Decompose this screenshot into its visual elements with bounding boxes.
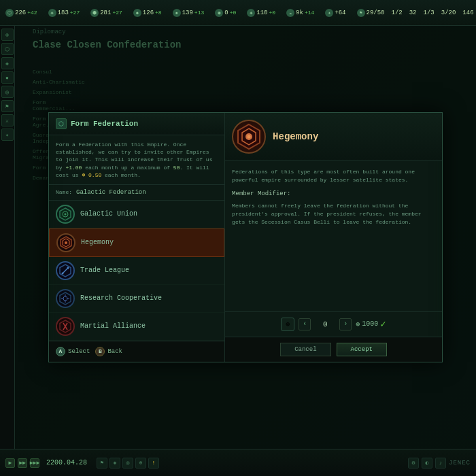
hud-item-5: ● 139 +13 (170, 7, 207, 18)
notification-icon[interactable]: ◐ (422, 458, 432, 469)
consumer-icon: ◆ (133, 9, 141, 17)
influence-row: ⊛ ‹ 0 › ⊛ 1000 ✓ (225, 311, 442, 337)
hud-item-pop: ⚑ 29/50 (354, 7, 388, 18)
hegemony-title: Hegemony (273, 131, 318, 142)
hegemony-hex-svg (59, 236, 73, 250)
fed-item-research-cooperative[interactable]: Research Cooperative (49, 285, 224, 313)
fed-item-trade-league[interactable]: Trade League (49, 257, 224, 285)
hud-item-4: ◆ 126 +8 (131, 7, 165, 18)
left-sidebar: ⊕ ⬡ ◈ ● ◎ ⚑ ⚔ ✦ (0, 26, 15, 449)
food-icon: ⬢ (90, 9, 99, 17)
galactic-union-label: Galactic Union (80, 210, 137, 218)
bottom-icon-5[interactable]: ! (148, 458, 159, 469)
fast-btn[interactable]: ▶▶ (18, 458, 27, 468)
trade-hex-svg (58, 264, 72, 277)
hegemony-large-svg (235, 123, 262, 150)
fed-item-galactic-union[interactable]: Galactic Union (49, 201, 224, 228)
hud-item-3: ⬢ 281 +27 (88, 7, 125, 18)
bottom-icon-2[interactable]: ◈ (109, 458, 120, 469)
svg-point-9 (67, 267, 69, 269)
select-action-btn[interactable]: A Select (56, 347, 90, 356)
settings-icon[interactable]: ⚙ (408, 458, 419, 469)
bottom-bar: ▶ ▶▶ ▶▶▶ 2200.04.28 ⚑ ◈ ◎ ⊕ ! ⚙ ◐ ♪ JENE… (0, 449, 476, 476)
bottom-icon-1[interactable]: ⚑ (97, 458, 107, 469)
select-key: A (56, 347, 65, 356)
svg-point-2 (65, 213, 67, 215)
trade-league-label: Trade League (80, 267, 129, 274)
hud-item-fleet: 1/2 (389, 8, 405, 18)
influence-check: ✓ (380, 318, 386, 330)
martial-alliance-label: Martial Alliance (80, 322, 146, 330)
playback-controls: ▶ ▶▶ ▶▶▶ (5, 458, 39, 468)
research-hex-svg (58, 292, 72, 305)
sidebar-btn-3[interactable]: ◈ (1, 57, 14, 69)
name-label: Name: (56, 189, 72, 195)
influence-value: 0 (315, 320, 335, 328)
influence-total-value: 1000 (362, 320, 378, 328)
bottom-icons: ⚑ ◈ ◎ ⊕ ! (97, 458, 159, 469)
accept-button[interactable]: Accept (337, 343, 387, 356)
volatile-icon: ◉ (215, 9, 223, 17)
sidebar-btn-1[interactable]: ⊕ (1, 29, 14, 41)
sidebar-btn-6[interactable]: ⚑ (1, 100, 14, 112)
hegemony-label: Hegemony (81, 239, 114, 246)
physics-icon: ☁ (286, 9, 294, 17)
dialog-overlay: ⬡ Form Federation Form a Federation with… (15, 26, 476, 449)
sidebar-btn-8[interactable]: ✦ (1, 129, 14, 141)
galactic-hex-svg (58, 207, 72, 221)
name-value: Galactic Federation (76, 189, 146, 196)
hegemony-large-icon (232, 120, 266, 154)
member-modifier-text: Members cannot freely leave the federati… (232, 203, 421, 225)
federation-type-list: Galactic Union Hegemony (49, 201, 224, 341)
hegemony-description: Federations of this type are most often … (232, 169, 415, 183)
svg-point-8 (62, 272, 64, 274)
bottom-icon-3[interactable]: ◎ (122, 458, 133, 469)
influence-increase-btn[interactable]: › (339, 318, 352, 330)
back-key: B (95, 347, 105, 356)
fastest-btn[interactable]: ▶▶▶ (30, 458, 39, 468)
fed-item-hegemony[interactable]: Hegemony (49, 228, 224, 257)
brand-text: JENEC (449, 460, 471, 466)
martial-alliance-icon (56, 317, 75, 336)
galactic-union-icon (56, 205, 75, 224)
hud-item-7: ◈ 110 +0 (244, 7, 278, 18)
influence-decrease-btn[interactable]: ‹ (299, 318, 311, 330)
sidebar-btn-7[interactable]: ⚔ (1, 114, 14, 126)
hegemony-icon (56, 233, 75, 252)
sidebar-btn-5[interactable]: ◎ (1, 86, 14, 98)
martial-hex-svg (58, 320, 72, 333)
dialog-description: Form a Federation with this Empire. Once… (49, 135, 224, 185)
diplomatic-action-dialog: ⬡ Form Federation Form a Federation with… (48, 112, 443, 362)
bottom-icon-4[interactable]: ⊕ (135, 458, 146, 469)
sidebar-btn-2[interactable]: ⬡ (1, 43, 14, 55)
name-row: Name: Galactic Federation (49, 185, 224, 201)
svg-point-5 (65, 241, 67, 244)
back-label: Back (107, 348, 122, 355)
form-federation-icon: ⬡ (56, 118, 67, 129)
research-cooperative-icon (56, 289, 75, 308)
hud-item-13: 1/3 (421, 8, 437, 18)
influence-icon-2: ⊛ (356, 320, 360, 328)
influence-icon: ⊛ (281, 318, 294, 331)
top-hud: ⬡ 226 +42 ◈ 183 +27 ⬢ 281 +27 ◆ 126 +8 ●… (0, 0, 476, 26)
pop-icon: ⚑ (357, 9, 365, 17)
cancel-button[interactable]: Cancel (280, 343, 330, 356)
alloys-icon: ● (173, 9, 181, 17)
research-cooperative-label: Research Cooperative (80, 294, 162, 302)
influence-total: ⊛ 1000 ✓ (356, 318, 386, 330)
fed-item-martial-alliance[interactable]: Martial Alliance (49, 313, 224, 341)
back-action-btn[interactable]: B Back (95, 347, 122, 356)
minerals-icon: ◈ (48, 9, 56, 17)
play-btn[interactable]: ▶ (5, 458, 15, 468)
hud-item-320: 3/20 (439, 8, 459, 18)
hud-item-8: ☁ 9k +14 (284, 7, 317, 18)
rare-icon: ◈ (247, 9, 255, 17)
hud-item-1: ⬡ 226 +42 (3, 7, 40, 18)
music-icon[interactable]: ♪ (435, 458, 446, 469)
hud-item-6: ◉ 0 +0 (212, 7, 239, 18)
dialog-title: Form Federation (71, 120, 138, 128)
right-header: Hegemony (225, 113, 442, 161)
svg-point-22 (248, 135, 251, 139)
trade-league-icon (56, 261, 75, 280)
sidebar-btn-4[interactable]: ● (1, 71, 14, 84)
